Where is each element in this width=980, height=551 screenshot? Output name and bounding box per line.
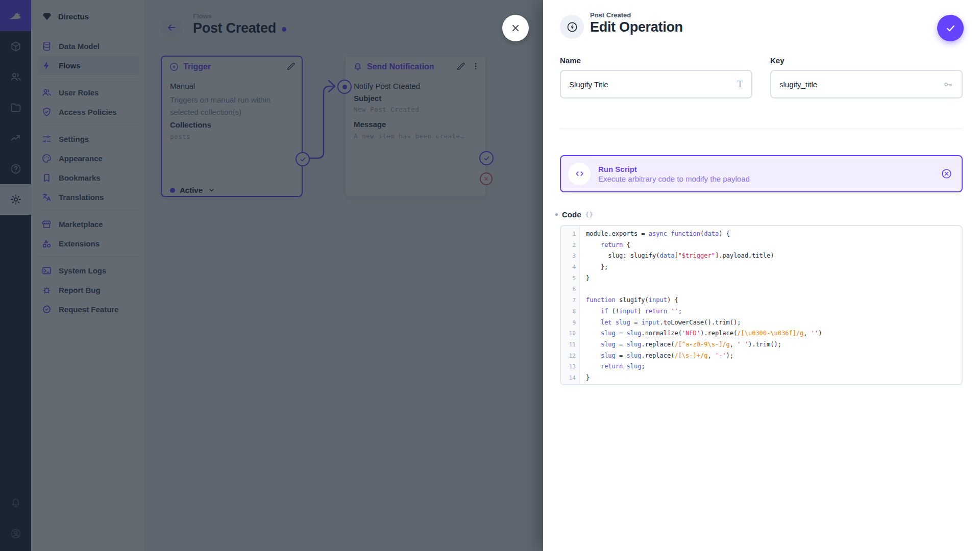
line-number: 6	[561, 284, 579, 295]
edit-operation-drawer: Post Created Edit Operation Name Slugify…	[543, 0, 980, 551]
line-number: 12	[561, 350, 579, 362]
line-number: 8	[561, 306, 579, 317]
drawer-breadcrumb: Post Created	[590, 11, 683, 19]
operation-type-subtitle: Execute arbitrary code to modify the pay…	[598, 174, 750, 183]
close-drawer-button[interactable]	[502, 15, 529, 41]
code-line: }	[586, 372, 962, 384]
operation-type-badge	[560, 15, 584, 39]
line-number: 5	[561, 273, 579, 284]
name-field-label: Name	[560, 56, 752, 65]
code-field-label: Code	[562, 210, 581, 219]
key-field-label: Key	[770, 56, 963, 65]
braces-icon: {}	[585, 211, 594, 218]
check-icon	[945, 22, 957, 34]
code-line: let slug = input.toLowerCase().trim();	[586, 317, 962, 329]
close-icon	[510, 22, 521, 34]
code-line: };	[586, 262, 962, 273]
code-line: slug = slug.replace(/[^a-z0-9\s-]/g, ' '…	[586, 339, 962, 350]
line-number: 9	[561, 317, 579, 329]
operation-type-title: Run Script	[598, 165, 750, 173]
code-line: module.exports = async function(data) {	[586, 229, 962, 240]
save-button[interactable]	[937, 15, 964, 41]
drawer-overlay[interactable]	[0, 0, 543, 551]
line-number: 4	[561, 262, 579, 273]
line-number: 3	[561, 251, 579, 262]
key-input-value: slugify_title	[779, 80, 943, 89]
bolt-circle-icon	[566, 21, 578, 33]
divider	[560, 129, 963, 129]
line-number: 7	[561, 295, 579, 306]
code-line	[586, 284, 962, 295]
line-number: 13	[561, 361, 579, 372]
name-input-value: Slugify Title	[569, 80, 737, 89]
key-icon	[943, 79, 953, 90]
code-editor[interactable]: 1234567891011121314 module.exports = asy…	[560, 225, 963, 385]
code-line: slug: slugify(data["$trigger"].payload.t…	[586, 251, 962, 262]
code-line: function slugify(input) {	[586, 295, 962, 306]
code-line: }	[586, 273, 962, 284]
name-input[interactable]: Slugify Title T	[560, 70, 752, 98]
key-input[interactable]: slugify_title	[770, 70, 963, 98]
code-gutter: 1234567891011121314	[561, 226, 580, 384]
circle-x-icon	[941, 168, 952, 180]
code-line: return {	[586, 240, 962, 251]
code-content: module.exports = async function(data) { …	[580, 226, 962, 384]
code-line: if (!input) return '';	[586, 306, 962, 317]
line-number: 10	[561, 328, 579, 339]
line-number: 11	[561, 339, 579, 350]
code-icon	[574, 168, 585, 179]
drawer-title: Edit Operation	[590, 19, 683, 35]
code-line: return slug;	[586, 361, 962, 372]
code-icon-circle	[568, 163, 591, 185]
line-number: 1	[561, 229, 579, 240]
line-number: 14	[561, 372, 579, 384]
operation-type-panel: Run Script Execute arbitrary code to mod…	[560, 155, 963, 192]
line-number: 2	[561, 240, 579, 251]
edited-indicator-dot	[555, 213, 558, 216]
code-line: slug = slug.normalize('NFD').replace(/[\…	[586, 328, 962, 339]
app: Directus Data Model Flows User Roles Acc…	[0, 0, 980, 551]
deselect-operation-type-button[interactable]	[941, 168, 952, 180]
title-icon: T	[737, 79, 743, 90]
code-line: slug = slug.replace(/[\s-]+/g, '-');	[586, 350, 962, 362]
